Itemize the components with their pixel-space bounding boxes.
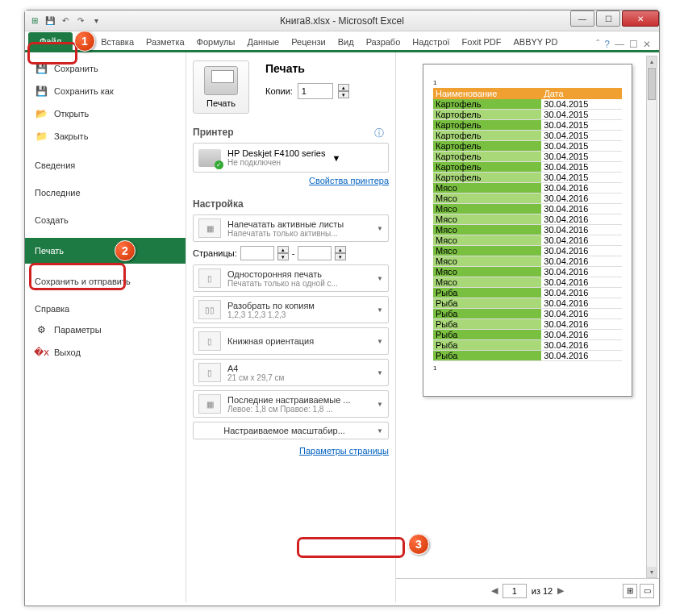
- nav-close[interactable]: 📁Закрыть: [25, 125, 186, 148]
- save-icon[interactable]: 💾: [44, 15, 56, 27]
- table-row: Мясо30.04.2016: [433, 225, 622, 235]
- preview-scrollbar[interactable]: ▴ ▾: [646, 56, 657, 578]
- table-row: Рыба30.04.2016: [433, 298, 622, 309]
- tab-formulas[interactable]: Формулы: [191, 34, 241, 50]
- quick-access-toolbar: ⊞ 💾 ↶ ↷ ▾: [28, 15, 102, 27]
- tab-addins[interactable]: Надстрої: [407, 34, 455, 50]
- cell: 30.04.2016: [541, 277, 622, 288]
- nav-share[interactable]: Сохранить и отправить: [25, 272, 186, 291]
- cell: 30.04.2015: [541, 173, 622, 183]
- cell: 30.04.2015: [541, 162, 622, 173]
- cell: Картофель: [433, 152, 541, 162]
- nav-new[interactable]: Создать: [25, 210, 186, 230]
- cell: Мясо: [433, 267, 541, 277]
- copies-input[interactable]: [298, 83, 333, 99]
- nav-info[interactable]: Сведения: [25, 156, 186, 175]
- nav-help[interactable]: Справка: [25, 299, 186, 318]
- tab-foxit[interactable]: Foxit PDF: [457, 34, 507, 50]
- undo-icon[interactable]: ↶: [59, 15, 72, 27]
- help-icon[interactable]: ?: [604, 39, 610, 50]
- printer-icon: [204, 66, 238, 95]
- close-button[interactable]: ✕: [622, 10, 659, 27]
- setting-orientation[interactable]: ▯ Книжная ориентация ▼: [193, 327, 389, 355]
- table-row: Картофель30.04.2015: [433, 173, 622, 183]
- table-row: Картофель30.04.2015: [433, 110, 622, 120]
- prev-page-button[interactable]: ◀: [491, 585, 498, 596]
- nav-open[interactable]: 📂Открыть: [25, 102, 186, 125]
- cell: Рыба: [433, 319, 541, 330]
- maximize-button[interactable]: ☐: [596, 10, 620, 27]
- table-row: Рыба30.04.2016: [433, 288, 622, 298]
- setting-sides[interactable]: ▯ Односторонняя печатьПечатать только на…: [193, 264, 389, 292]
- tab-layout[interactable]: Разметка: [140, 34, 190, 50]
- tab-view[interactable]: Вид: [332, 34, 360, 50]
- cell: 30.04.2016: [541, 288, 622, 298]
- cell: Картофель: [433, 162, 541, 173]
- saveas-icon: 💾: [35, 85, 48, 98]
- next-page-button[interactable]: ▶: [557, 585, 564, 596]
- cell: Мясо: [433, 246, 541, 256]
- printer-selector[interactable]: HP Deskjet F4100 series Не подключен ▼: [193, 143, 389, 173]
- printer-properties-link[interactable]: Свойства принтера: [309, 176, 389, 185]
- scroll-thumb[interactable]: [648, 68, 656, 100]
- minimize-button[interactable]: —: [570, 10, 594, 27]
- pages-to-input[interactable]: [298, 246, 332, 260]
- window-minimize-icon[interactable]: —: [615, 39, 624, 50]
- table-row: Мясо30.04.2016: [433, 267, 622, 277]
- cell: 30.04.2015: [541, 99, 622, 110]
- cell: Картофель: [433, 110, 541, 120]
- scroll-up-icon[interactable]: ▴: [647, 56, 657, 67]
- tab-file[interactable]: Файл: [28, 32, 73, 50]
- nav-saveas[interactable]: 💾Сохранить как: [25, 80, 186, 102]
- minimize-ribbon-icon[interactable]: ˆ: [596, 39, 599, 50]
- tab-review[interactable]: Рецензи: [286, 34, 332, 50]
- page-setup-link[interactable]: Параметры страницы: [299, 446, 389, 456]
- info-icon[interactable]: ⓘ: [374, 127, 384, 140]
- copies-spinner[interactable]: ▴▾: [338, 84, 349, 98]
- nav-recent[interactable]: Последние: [25, 183, 186, 202]
- window-close-icon[interactable]: ✕: [643, 39, 651, 50]
- cell: Мясо: [433, 204, 541, 214]
- current-page-input[interactable]: [503, 584, 527, 598]
- tab-developer[interactable]: Разрабо: [361, 34, 407, 50]
- spinner[interactable]: ▴▾: [335, 246, 346, 260]
- table-row: Мясо30.04.2016: [433, 194, 622, 204]
- callout-2: 2: [115, 240, 136, 261]
- sheets-icon: ▦: [198, 219, 221, 238]
- window-restore-icon[interactable]: ☐: [629, 39, 638, 50]
- cell: 30.04.2016: [541, 309, 622, 319]
- zoom-page-button[interactable]: ▭: [640, 584, 654, 598]
- cell: Картофель: [433, 120, 541, 131]
- backstage: 💾Сохранить 💾Сохранить как 📂Открыть 📁Закр…: [25, 52, 659, 602]
- setting-collate[interactable]: ▯▯ Разобрать по копиям1,2,3 1,2,3 1,2,3 …: [193, 296, 389, 323]
- nav-options[interactable]: ⚙Параметры: [25, 318, 186, 341]
- tab-insert[interactable]: Вставка: [95, 34, 140, 50]
- setting-margins[interactable]: ▦ Последние настраиваемые ...Левое: 1,8 …: [193, 390, 389, 418]
- tab-abbyy[interactable]: ABBYY PD: [508, 34, 564, 50]
- cell: Рыба: [433, 330, 541, 340]
- nav-exit[interactable]: �ⅹВыход: [25, 341, 186, 364]
- table-row: Мясо30.04.2016: [433, 214, 622, 225]
- paper-icon: ▯: [198, 363, 221, 382]
- setting-print-what[interactable]: ▦ Напечатать активные листыНапечатать то…: [193, 214, 389, 242]
- pages-from-input[interactable]: [240, 246, 274, 260]
- show-margins-button[interactable]: ⊞: [623, 584, 637, 598]
- table-row: Мясо30.04.2016: [433, 256, 622, 267]
- qat-more-icon[interactable]: ▾: [90, 15, 102, 27]
- spinner[interactable]: ▴▾: [277, 246, 289, 260]
- nav-print[interactable]: Печать: [25, 238, 186, 264]
- scroll-down-icon[interactable]: ▾: [647, 567, 657, 577]
- ribbon-tabs: Файл ая Вставка Разметка Формулы Данные …: [25, 31, 659, 52]
- setting-paper-size[interactable]: ▯ A421 см x 29,7 см ▼: [193, 359, 389, 386]
- table-row: Мясо30.04.2016: [433, 204, 622, 214]
- cell: 30.04.2016: [541, 340, 622, 351]
- chevron-down-icon: ▼: [377, 306, 383, 314]
- print-button[interactable]: Печать: [193, 60, 249, 114]
- print-preview-panel: 1 НаименованиеДата Картофель30.04.2015Ка…: [396, 52, 659, 602]
- print-button-label: Печать: [206, 98, 236, 108]
- page-number-bottom: 1: [433, 364, 622, 372]
- nav-save[interactable]: 💾Сохранить: [25, 57, 186, 80]
- tab-data[interactable]: Данные: [241, 34, 285, 50]
- redo-icon[interactable]: ↷: [74, 15, 87, 27]
- setting-scaling[interactable]: Настраиваемое масштабир... ▼: [193, 422, 389, 439]
